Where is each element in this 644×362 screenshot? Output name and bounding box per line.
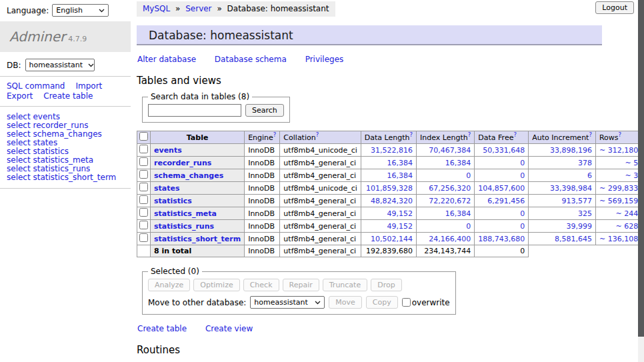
sidebar-link-create-table[interactable]: Create table <box>43 91 93 101</box>
table-name-link[interactable]: statistics <box>154 197 192 205</box>
rows-link[interactable]: ~ 569,159 <box>599 197 638 205</box>
auto-increment-link[interactable]: 33,398,984 <box>550 184 592 193</box>
breadcrumb-link-mysql[interactable]: MySQL <box>143 4 170 13</box>
rows-link[interactable]: ~ 299,833 <box>599 184 638 193</box>
column-help-link[interactable]: ? <box>410 131 413 138</box>
auto-increment-link[interactable]: 325 <box>578 209 592 218</box>
data-length-link[interactable]: 16,384 <box>387 159 413 167</box>
data-length-link[interactable]: 31,522,816 <box>371 146 413 155</box>
privileges-link[interactable]: Privileges <box>305 55 344 64</box>
sidebar-select-link[interactable]: select <box>7 121 31 130</box>
sidebar-table-link[interactable]: states <box>33 138 57 147</box>
data-free-link[interactable]: 6,291,456 <box>487 197 525 205</box>
data-free-link[interactable]: 50,331,648 <box>483 146 525 155</box>
auto-increment-link[interactable]: 39,999 <box>566 222 592 231</box>
drop-button[interactable]: Drop <box>371 279 401 291</box>
column-help-link[interactable]: ? <box>619 131 622 138</box>
sidebar-table-link[interactable]: statistics_meta <box>33 155 93 165</box>
analyze-button[interactable]: Analyze <box>148 279 190 291</box>
index-length-link[interactable]: 72,220,672 <box>429 197 471 205</box>
row-checkbox[interactable] <box>139 183 148 191</box>
data-length-link[interactable]: 101,859,328 <box>366 184 413 193</box>
database-schema-link[interactable]: Database schema <box>215 55 287 64</box>
move-database-select[interactable]: homeassistant <box>250 296 325 309</box>
rows-link[interactable]: ~ 244 <box>615 209 638 218</box>
index-length-link[interactable]: 0 <box>466 222 471 231</box>
sidebar-table-link[interactable]: events <box>33 112 59 121</box>
sidebar-link-sql-command[interactable]: SQL command <box>7 81 65 91</box>
sidebar-table-link[interactable]: statistics_runs <box>33 164 90 173</box>
sidebar-select-link[interactable]: select <box>7 129 31 139</box>
table-name-link[interactable]: statistics_short_term <box>154 235 241 243</box>
repair-button[interactable]: Repair <box>283 279 319 291</box>
data-length-link[interactable]: 49,152 <box>387 222 413 231</box>
rows-link[interactable]: ~ 136,108 <box>599 235 638 243</box>
auto-increment-link[interactable]: 378 <box>578 159 592 167</box>
sidebar-select-link[interactable]: select <box>7 147 31 156</box>
column-help-link[interactable]: ? <box>316 131 319 138</box>
table-name-link[interactable]: statistics_meta <box>154 209 217 218</box>
auto-increment-link[interactable]: 8,581,645 <box>555 235 592 243</box>
data-length-link[interactable]: 10,502,144 <box>371 235 413 243</box>
sidebar-table-link[interactable]: recorder_runs <box>33 121 88 130</box>
sidebar-select-link[interactable]: select <box>7 138 31 147</box>
data-length-link[interactable]: 48,824,320 <box>371 197 413 205</box>
index-length-link[interactable]: 67,256,320 <box>429 184 471 193</box>
sidebar-link-export[interactable]: Export <box>7 91 33 101</box>
sidebar-link-import[interactable]: Import <box>75 81 102 91</box>
table-name-link[interactable]: states <box>154 184 180 193</box>
column-help-link[interactable]: ? <box>273 131 277 138</box>
db-select[interactable]: homeassistant <box>25 59 95 71</box>
auto-increment-link[interactable]: 6 <box>587 171 592 180</box>
row-checkbox[interactable] <box>139 233 148 242</box>
index-length-link[interactable]: 70,467,384 <box>429 146 471 155</box>
sidebar-table-link[interactable]: schema_changes <box>33 129 101 139</box>
row-checkbox[interactable] <box>139 157 148 166</box>
optimize-button[interactable]: Optimize <box>193 279 239 291</box>
truncate-button[interactable]: Truncate <box>323 279 367 291</box>
row-checkbox[interactable] <box>139 221 148 229</box>
alter-database-link[interactable]: Alter database <box>137 55 196 64</box>
row-checkbox[interactable] <box>139 195 148 204</box>
index-length-link[interactable]: 16,384 <box>445 159 471 167</box>
sidebar-select-link[interactable]: select <box>7 164 31 173</box>
language-select[interactable]: English <box>52 4 109 17</box>
sidebar-table-link[interactable]: statistics_short_term <box>33 173 116 182</box>
data-free-link[interactable]: 0 <box>520 159 525 167</box>
rows-link[interactable]: ~ 312,180 <box>599 146 638 155</box>
search-button[interactable]: Search <box>245 104 284 117</box>
table-name-link[interactable]: events <box>154 146 182 155</box>
create-view-link[interactable]: Create view <box>205 324 253 333</box>
table-name-link[interactable]: recorder_runs <box>154 159 211 167</box>
check-button[interactable]: Check <box>243 279 279 291</box>
data-length-link[interactable]: 49,152 <box>387 209 413 218</box>
data-free-link[interactable]: 0 <box>520 171 525 180</box>
overwrite-checkbox[interactable] <box>402 298 411 307</box>
column-help-link[interactable]: ? <box>589 131 592 138</box>
sidebar-select-link[interactable]: select <box>7 173 31 182</box>
logout-button[interactable]: Logout <box>595 1 634 14</box>
auto-increment-link[interactable]: 913,577 <box>561 197 592 205</box>
scrollbar-thumb[interactable] <box>638 0 644 337</box>
index-length-link[interactable]: 0 <box>466 171 471 180</box>
row-checkbox[interactable] <box>139 208 148 217</box>
row-checkbox[interactable] <box>139 145 148 153</box>
column-help-link[interactable]: ? <box>468 131 471 138</box>
column-help-link[interactable]: ? <box>513 131 517 138</box>
select-all-checkbox[interactable] <box>139 132 148 141</box>
create-table-link[interactable]: Create table <box>137 324 187 333</box>
copy-button[interactable]: Copy <box>366 296 398 309</box>
data-free-link[interactable]: 104,857,600 <box>478 184 525 193</box>
search-input[interactable] <box>148 104 241 117</box>
sidebar-select-link[interactable]: select <box>7 112 31 121</box>
rows-link[interactable]: ~ 5 <box>625 159 638 167</box>
index-length-link[interactable]: 24,166,400 <box>429 235 471 243</box>
auto-increment-link[interactable]: 33,898,196 <box>550 146 592 155</box>
data-free-link[interactable]: 188,743,680 <box>478 235 525 243</box>
rows-link[interactable]: ~ 628 <box>615 222 638 231</box>
data-free-link[interactable]: 0 <box>520 209 525 218</box>
sidebar-select-link[interactable]: select <box>7 155 31 165</box>
row-checkbox[interactable] <box>139 170 148 179</box>
breadcrumb-link-server[interactable]: Server <box>185 4 211 13</box>
index-length-link[interactable]: 16,384 <box>445 209 471 218</box>
